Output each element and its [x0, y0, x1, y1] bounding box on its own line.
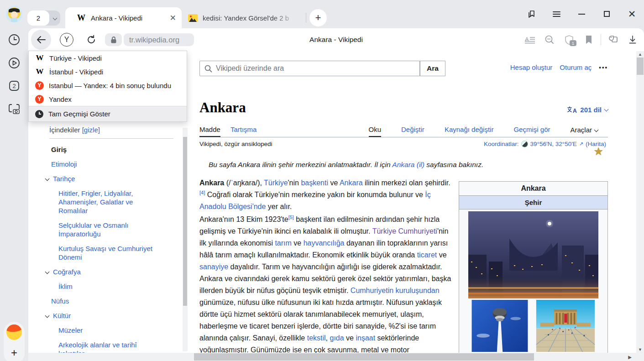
tab-talk[interactable]: Tartışma	[230, 126, 257, 137]
window-controls: ✕	[524, 6, 639, 21]
close-tab-icon[interactable]: ✕	[170, 13, 176, 23]
history-sidebar-button[interactable]	[7, 33, 21, 47]
scroll-down-arrow[interactable]: ▼	[636, 346, 644, 353]
anitkabir-photo[interactable]	[533, 300, 598, 352]
zoom-out-button[interactable]	[542, 32, 557, 47]
user-menu-button[interactable]: •••	[599, 64, 608, 71]
svg-text:A: A	[573, 108, 577, 114]
downloads-button[interactable]	[625, 32, 640, 47]
bookmark-button[interactable]	[581, 32, 597, 47]
close-window-button[interactable]: ✕	[624, 6, 639, 21]
atakule-tower-photo[interactable]	[468, 300, 531, 352]
toc-item-cografya[interactable]: Coğrafya	[46, 267, 183, 276]
wiki-search-input[interactable]: Vikipedi üzerinde ara	[199, 61, 420, 76]
toc-item-iklim[interactable]: İklim	[46, 282, 160, 291]
history-item-istanbul-wiki[interactable]: W İstanbul - Vikipedi	[29, 65, 187, 78]
toc-item-muzeler[interactable]: Müzeler	[46, 326, 160, 335]
tab-view-history[interactable]: Geçmişi gör	[513, 126, 550, 137]
tab-edit[interactable]: Değiştir	[401, 126, 424, 137]
tab-counter-chevron[interactable]	[49, 16, 60, 20]
lock-icon	[110, 36, 117, 44]
close-icon: ✕	[628, 9, 636, 19]
coordinates-value[interactable]: 39°56′N, 32°50′E	[530, 141, 577, 147]
toc-item-etimoloji[interactable]: Etimoloji	[46, 160, 183, 168]
history-item-yandex[interactable]: Y Yandex	[29, 92, 187, 106]
extensions-button[interactable]	[605, 32, 621, 47]
chevron-down-icon[interactable]	[45, 270, 50, 274]
table-of-contents: İçindekiler [gizle] Giriş Etimoloji Tari…	[46, 126, 183, 353]
back-arrow-icon	[36, 36, 46, 44]
language-selector[interactable]: A 201 dil	[567, 106, 608, 114]
scroll-up-arrow[interactable]: ▲	[636, 51, 644, 58]
horizontal-scrollbar[interactable]: ▶	[28, 353, 636, 361]
refresh-button[interactable]	[81, 30, 101, 50]
language-icon: A	[567, 106, 577, 114]
coordinates-label[interactable]: Koordinatlar:	[484, 141, 519, 147]
panels-icon	[527, 9, 537, 19]
tab-edit-source[interactable]: Kaynağı değiştir	[445, 126, 494, 137]
toc-divider	[49, 138, 173, 139]
profile-avatar[interactable]	[6, 6, 22, 22]
chevron-down-icon[interactable]	[45, 177, 50, 181]
reader-mode-button[interactable]: A	[522, 32, 538, 47]
ankara-skyline-photo[interactable]	[468, 211, 598, 298]
tab-article[interactable]: Madde	[199, 126, 220, 137]
horizontal-scrollbar-thumb[interactable]	[194, 353, 534, 361]
toc-hide-link[interactable]: [gizle]	[82, 126, 100, 134]
yandex-mail-icon[interactable]	[6, 324, 22, 340]
avatar-dress	[11, 18, 17, 22]
history-item-istanbul-yandex[interactable]: Y Istanbul — Yandex: 4 bin sonuç bulundu	[29, 78, 187, 92]
chevron-down-icon	[604, 107, 609, 111]
tab-counter[interactable]: 2	[27, 10, 60, 26]
scrollbar-corner	[636, 353, 644, 361]
tab-yandex-gorsel[interactable]: kedisi: Yandex Görsel'de 2 b	[184, 7, 304, 28]
toc-item-kultur[interactable]: Kültür	[46, 311, 183, 320]
search-icon	[204, 65, 212, 73]
external-link-icon: ↗	[579, 141, 583, 147]
menu-button[interactable]	[549, 6, 564, 21]
site-tagline: Vikipedi, özgür ansiklopedi	[199, 141, 272, 147]
chevron-down-icon[interactable]	[45, 314, 50, 318]
toc-scrollbar[interactable]	[183, 128, 188, 351]
toc-item-kurtulus[interactable]: Kurtuluş Savaşı ve Cumhuriyet Dönemi	[46, 244, 160, 262]
search-button[interactable]: Ara	[420, 61, 445, 76]
yandex-favicon-icon: Y	[35, 95, 44, 104]
show-full-history-item[interactable]: Tam Geçmişi Göster	[29, 106, 187, 121]
tab-read[interactable]: Oku	[369, 126, 382, 137]
add-service-button[interactable]: +	[4, 344, 25, 361]
clock-icon	[7, 33, 21, 47]
infobox-type: Şehir	[459, 196, 607, 209]
maximize-button[interactable]	[599, 6, 614, 21]
toc-item-hititler[interactable]: Hititler, Frigler, Lidyalılar, Ahamenişl…	[46, 189, 160, 215]
toc-item-arkeolojik[interactable]: Arkeolojik alanlar ve tarihî kalıntılar	[46, 340, 160, 353]
toolbar-divider	[601, 34, 601, 45]
site-security-button[interactable]	[105, 33, 122, 46]
toc-item-nufus[interactable]: Nüfus	[46, 297, 183, 305]
tabs-sidebar-button[interactable]: 2	[7, 79, 21, 93]
toc-item-selcuklular[interactable]: Selçuklular ve Osmanlı İmparatorluğu	[46, 221, 160, 238]
vertical-scrollbar[interactable]: ▲ ▼	[636, 51, 644, 353]
create-account-link[interactable]: Hesap oluştur	[510, 63, 553, 71]
toc-header: İçindekiler [gizle]	[46, 126, 183, 134]
minimize-button[interactable]	[574, 6, 589, 21]
globe-icon[interactable]	[521, 141, 528, 147]
login-link[interactable]: Oturum aç	[560, 63, 592, 71]
tab-ankara-vikipedi[interactable]: W Ankara - Vikipedi ✕	[65, 7, 182, 28]
media-sidebar-button[interactable]	[7, 56, 21, 70]
yandex-favicon-icon: Y	[35, 81, 44, 90]
screenshot-sidebar-button[interactable]	[7, 102, 21, 115]
history-item-turkiye[interactable]: W Türkiye - Vikipedi	[29, 51, 187, 65]
toc-scrollbar-thumb[interactable]	[183, 137, 187, 306]
vertical-scrollbar-thumb[interactable]	[637, 58, 644, 75]
browser-toolbar: Y tr.wikipedia.org Ankara - Vikipedi	[28, 28, 644, 51]
scroll-right-arrow[interactable]: ▶	[628, 353, 632, 361]
new-tab-button[interactable]: +	[309, 9, 327, 26]
toc-item-tarihce[interactable]: Tarihçe	[46, 174, 183, 183]
services-pill: +	[4, 322, 25, 361]
side-panels-button[interactable]	[524, 6, 539, 21]
yandex-home-button[interactable]: Y	[57, 30, 77, 50]
back-button[interactable]	[31, 30, 51, 50]
protect-shield-button[interactable]: 1	[561, 32, 577, 47]
toc-item-giris[interactable]: Giriş	[46, 145, 183, 154]
tab-tools[interactable]: Araçlar	[570, 126, 598, 137]
